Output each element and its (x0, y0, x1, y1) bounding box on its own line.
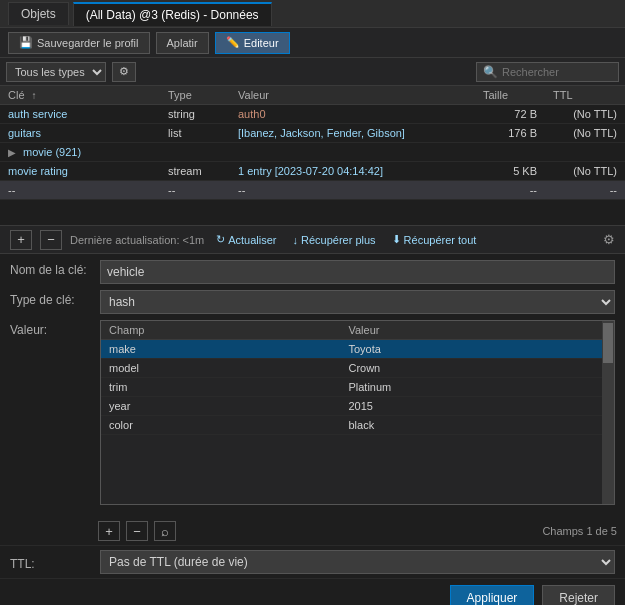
refresh-button[interactable]: ↻ Actualiser (212, 233, 280, 246)
hash-table: Champ Valeur make Toyota model Crown tri… (101, 321, 614, 435)
key-name-input[interactable] (100, 260, 615, 284)
hash-table-row[interactable]: model Crown (101, 359, 614, 378)
value-label: Valeur: (10, 320, 100, 337)
bottom-toolbar: + − Dernière actualisation: <1m ↻ Actual… (0, 226, 625, 254)
flatten-button[interactable]: Aplatir (156, 32, 209, 54)
search-icon: 🔍 (483, 65, 498, 79)
key-type-row: Type de clé: hashstringlistsetzsetstream (10, 290, 615, 314)
refresh-icon: ↻ (216, 233, 225, 246)
editor-button[interactable]: ✏️ Editeur (215, 32, 290, 54)
gear-icon: ⚙ (119, 65, 129, 78)
table-row[interactable]: movie rating (0, 162, 160, 181)
refresh-label: Actualiser (228, 234, 276, 246)
fetch-more-icon: ↓ (293, 234, 299, 246)
save-label: Sauvegarder le profil (37, 37, 139, 49)
fetch-more-button[interactable]: ↓ Récupérer plus (289, 234, 380, 246)
save-profile-button[interactable]: 💾 Sauvegarder le profil (8, 32, 150, 54)
key-type-select[interactable]: hashstringlistsetzsetstream (100, 290, 615, 314)
hash-count-text: Champs 1 de 5 (542, 525, 617, 537)
filter-gear-button[interactable]: ⚙ (112, 62, 136, 82)
tab-data[interactable]: (All Data) @3 (Redis) - Données (73, 2, 272, 26)
remove-row-button[interactable]: − (40, 230, 62, 250)
header-value[interactable]: Valeur (230, 86, 475, 105)
add-row-button[interactable]: + (10, 230, 32, 250)
data-table: Clé ↑ Type Valeur Taille TTL aut (0, 86, 625, 200)
header-key[interactable]: Clé ↑ (0, 86, 160, 105)
tab-data-label: (All Data) @3 (Redis) - Données (86, 8, 259, 22)
search-hash-icon: ⌕ (161, 524, 169, 539)
filter-bar: Tous les types ⚙ 🔍 (0, 58, 625, 86)
last-update-text: Dernière actualisation: <1m (70, 234, 204, 246)
hash-table-row[interactable]: make Toyota (101, 340, 614, 359)
ttl-label: TTL: (10, 554, 100, 571)
key-name-label: Nom de la clé: (10, 260, 100, 277)
table-row[interactable]: ▶ movie (921) (0, 143, 160, 162)
hash-header-value[interactable]: Valeur (340, 321, 614, 340)
editor-label: Editeur (244, 37, 279, 49)
expand-icon: ▶ (8, 147, 16, 158)
toolbar: 💾 Sauvegarder le profil Aplatir ✏️ Edite… (0, 28, 625, 58)
table-row[interactable]: guitars (0, 124, 160, 143)
hash-header-field[interactable]: Champ (101, 321, 340, 340)
reject-button[interactable]: Rejeter (542, 585, 615, 605)
hash-scrollbar[interactable] (602, 321, 614, 504)
key-name-row: Nom de la clé: (10, 260, 615, 284)
key-type-label: Type de clé: (10, 290, 100, 307)
fetch-all-button[interactable]: ⬇ Récupérer tout (388, 233, 481, 246)
action-row: Appliquer Rejeter (0, 578, 625, 605)
fetch-all-icon: ⬇ (392, 233, 401, 246)
save-icon: 💾 (19, 36, 33, 49)
sort-arrow-icon: ↑ (32, 90, 37, 101)
hash-table-row[interactable]: trim Platinum (101, 378, 614, 397)
tab-objects[interactable]: Objets (8, 2, 69, 25)
reject-label: Rejeter (559, 591, 598, 605)
data-table-wrap: Clé ↑ Type Valeur Taille TTL aut (0, 86, 625, 226)
search-box: 🔍 (476, 62, 619, 82)
add-icon: + (17, 232, 25, 247)
search-hash-button[interactable]: ⌕ (154, 521, 176, 541)
type-filter-select[interactable]: Tous les types (6, 62, 106, 82)
remove-hash-row-button[interactable]: − (126, 521, 148, 541)
table-settings-button[interactable]: ⚙ (603, 232, 615, 247)
flatten-label: Aplatir (167, 37, 198, 49)
fetch-more-label: Récupérer plus (301, 234, 376, 246)
header-size[interactable]: Taille (475, 86, 545, 105)
remove-hash-icon: − (133, 524, 141, 539)
ttl-row: TTL: Pas de TTL (durée de vie) (0, 545, 625, 578)
header-ttl[interactable]: TTL (545, 86, 625, 105)
table-row[interactable]: -- (0, 181, 160, 200)
apply-label: Appliquer (467, 591, 518, 605)
hash-scrollbar-thumb (603, 323, 613, 363)
title-bar: Objets (All Data) @3 (Redis) - Données (0, 0, 625, 28)
value-row: Valeur: Champ Valeur make Toyota mo (10, 320, 615, 505)
hash-table-wrap: Champ Valeur make Toyota model Crown tri… (100, 320, 615, 505)
hash-table-row[interactable]: color black (101, 416, 614, 435)
header-type[interactable]: Type (160, 86, 230, 105)
tab-objects-label: Objets (21, 7, 56, 21)
gear-settings-icon: ⚙ (603, 232, 615, 247)
edit-icon: ✏️ (226, 36, 240, 49)
add-hash-row-button[interactable]: + (98, 521, 120, 541)
search-input[interactable] (502, 66, 612, 78)
minus-icon: − (47, 232, 55, 247)
hash-table-row[interactable]: year 2015 (101, 397, 614, 416)
add-hash-icon: + (105, 524, 113, 539)
form-section: Nom de la clé: Type de clé: hashstringli… (0, 254, 625, 517)
apply-button[interactable]: Appliquer (450, 585, 535, 605)
ttl-select[interactable]: Pas de TTL (durée de vie) (100, 550, 615, 574)
table-row[interactable]: auth service (0, 105, 160, 124)
hash-toolbar: + − ⌕ Champs 1 de 5 (90, 517, 625, 545)
fetch-all-label: Récupérer tout (404, 234, 477, 246)
